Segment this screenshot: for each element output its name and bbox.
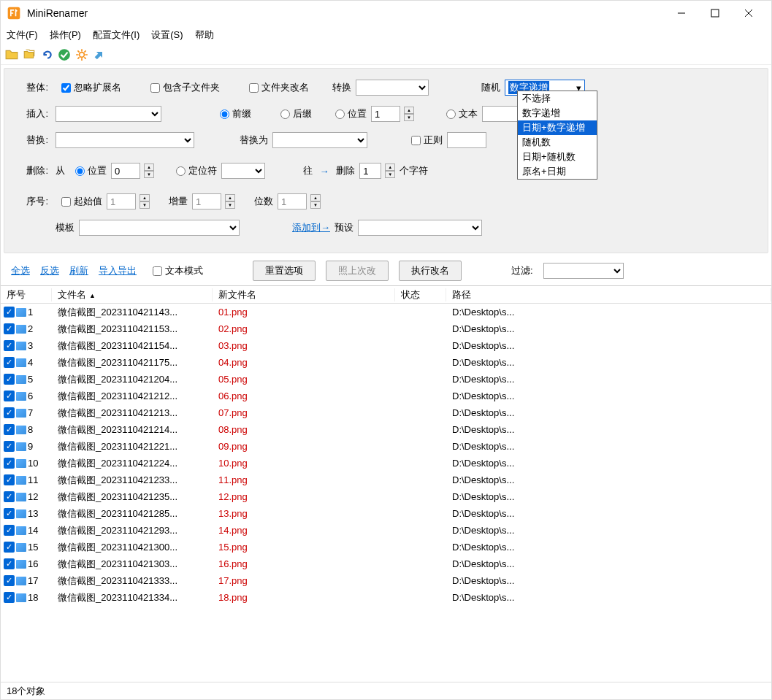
row-checkbox[interactable]: ✓: [4, 374, 15, 385]
minimize-button[interactable]: [665, 1, 698, 26]
col-name[interactable]: 文件名▲: [52, 288, 213, 301]
position-input[interactable]: [371, 106, 400, 122]
folder-rename-checkbox[interactable]: [249, 83, 259, 93]
start-input[interactable]: [107, 193, 136, 209]
table-row[interactable]: ✓4微信截图_2023110421175...04.pngD:\Desktop\…: [1, 354, 771, 371]
folder-icon[interactable]: [5, 48, 18, 61]
table-row[interactable]: ✓9微信截图_2023110421221...09.pngD:\Desktop\…: [1, 438, 771, 455]
maximize-button[interactable]: [698, 1, 732, 26]
row-checkbox[interactable]: ✓: [4, 391, 15, 401]
del-pos-radio[interactable]: [75, 166, 85, 176]
random-dropdown[interactable]: 不选择数字递增日期+数字递增随机数日期+随机数原名+日期: [517, 91, 597, 180]
locator-select[interactable]: [221, 163, 265, 179]
row-checkbox[interactable]: ✓: [4, 407, 15, 418]
table-row[interactable]: ✓8微信截图_2023110421214...08.pngD:\Desktop\…: [1, 421, 771, 438]
table-row[interactable]: ✓11微信截图_2023110421233...11.pngD:\Desktop…: [1, 472, 771, 488]
row-checkbox[interactable]: ✓: [4, 474, 15, 485]
execute-button[interactable]: 执行改名: [399, 261, 462, 281]
table-row[interactable]: ✓3微信截图_2023110421154...03.pngD:\Desktop\…: [1, 337, 771, 354]
filter-select[interactable]: [543, 263, 624, 279]
table-row[interactable]: ✓2微信截图_2023110421153...02.pngD:\Desktop\…: [1, 320, 771, 337]
insert-select[interactable]: [56, 106, 161, 122]
table-row[interactable]: ✓12微信截图_2023110421235...12.pngD:\Desktop…: [1, 488, 771, 505]
row-checkbox[interactable]: ✓: [4, 340, 15, 351]
random-option[interactable]: 不选择: [518, 91, 597, 106]
row-checkbox[interactable]: ✓: [4, 323, 15, 334]
inc-spinner[interactable]: ▲▼: [225, 194, 235, 209]
row-checkbox[interactable]: ✓: [4, 441, 15, 452]
prefix-radio[interactable]: [220, 109, 229, 119]
position-spinner[interactable]: ▲▼: [404, 107, 414, 121]
del-pos-spinner[interactable]: ▲▼: [144, 164, 154, 178]
table-row[interactable]: ✓7微信截图_2023110421213...07.pngD:\Desktop\…: [1, 404, 771, 421]
start-checkbox[interactable]: [61, 197, 71, 207]
regex-checkbox[interactable]: [411, 136, 421, 145]
digits-spinner[interactable]: ▲▼: [310, 194, 321, 209]
row-checkbox[interactable]: ✓: [4, 592, 15, 603]
preset-select[interactable]: [358, 220, 482, 236]
pin-icon[interactable]: [93, 48, 106, 61]
table-row[interactable]: ✓15微信截图_2023110421300...15.pngD:\Desktop…: [1, 539, 771, 555]
menu-operation[interactable]: 操作(P): [50, 28, 81, 42]
random-option[interactable]: 日期+随机数: [518, 150, 597, 164]
random-option[interactable]: 日期+数字递增: [518, 120, 597, 135]
random-option[interactable]: 数字递增: [518, 106, 597, 120]
del-pos-input[interactable]: [111, 163, 140, 179]
table-row[interactable]: ✓18微信截图_2023110421334...18.pngD:\Desktop…: [1, 589, 771, 606]
random-option[interactable]: 原名+日期: [518, 164, 597, 179]
table-row[interactable]: ✓17微信截图_2023110421333...17.pngD:\Desktop…: [1, 572, 771, 589]
suffix-radio[interactable]: [280, 109, 290, 119]
ignore-ext-checkbox[interactable]: [61, 83, 71, 93]
undo-icon[interactable]: [40, 48, 53, 61]
locator-radio[interactable]: [176, 166, 186, 176]
add-to-link[interactable]: 添加到→: [292, 221, 330, 234]
refresh-link[interactable]: 刷新: [69, 264, 88, 277]
folders-icon[interactable]: [23, 48, 36, 61]
text-input[interactable]: [482, 106, 521, 122]
text-radio[interactable]: [446, 109, 456, 119]
close-button[interactable]: [732, 1, 765, 26]
row-checkbox[interactable]: ✓: [4, 424, 15, 435]
table-row[interactable]: ✓10微信截图_2023110421224...10.pngD:\Desktop…: [1, 455, 771, 472]
row-checkbox[interactable]: ✓: [4, 508, 15, 519]
row-checkbox[interactable]: ✓: [4, 458, 15, 469]
replace-from-select[interactable]: [56, 132, 194, 148]
col-newname[interactable]: 新文件名: [213, 288, 395, 301]
reset-button[interactable]: 重置选项: [253, 261, 316, 281]
row-checkbox[interactable]: ✓: [4, 575, 15, 586]
digits-input[interactable]: [278, 193, 307, 209]
inc-input[interactable]: [192, 193, 221, 209]
text-mode-checkbox[interactable]: [153, 266, 162, 276]
table-row[interactable]: ✓6微信截图_2023110421212...06.pngD:\Desktop\…: [1, 388, 771, 404]
table-row[interactable]: ✓13微信截图_2023110421285...13.pngD:\Desktop…: [1, 505, 771, 522]
last-change-button[interactable]: 照上次改: [326, 261, 389, 281]
row-checkbox[interactable]: ✓: [4, 491, 15, 502]
select-all-link[interactable]: 全选: [11, 264, 30, 277]
import-export-link[interactable]: 导入导出: [99, 264, 137, 277]
table-row[interactable]: ✓14微信截图_2023110421293...14.pngD:\Desktop…: [1, 522, 771, 539]
position-radio[interactable]: [335, 109, 345, 119]
template-select[interactable]: [79, 220, 240, 236]
random-option[interactable]: 随机数: [518, 135, 597, 150]
col-seq[interactable]: 序号: [1, 288, 52, 301]
arrow-right-icon[interactable]: →: [317, 166, 332, 177]
table-row[interactable]: ✓16微信截图_2023110421303...16.pngD:\Desktop…: [1, 555, 771, 572]
col-status[interactable]: 状态: [395, 288, 446, 301]
include-sub-checkbox[interactable]: [150, 83, 160, 93]
del-count-input[interactable]: [359, 163, 381, 179]
del-count-spinner[interactable]: ▲▼: [385, 164, 395, 178]
table-row[interactable]: ✓5微信截图_2023110421204...05.pngD:\Desktop\…: [1, 371, 771, 388]
table-row[interactable]: ✓1微信截图_2023110421143...01.pngD:\Desktop\…: [1, 304, 771, 320]
row-checkbox[interactable]: ✓: [4, 525, 15, 536]
regex-input[interactable]: [447, 132, 486, 148]
start-spinner[interactable]: ▲▼: [140, 194, 150, 209]
transform-select[interactable]: [356, 80, 429, 96]
row-checkbox[interactable]: ✓: [4, 307, 15, 318]
menu-help[interactable]: 帮助: [195, 28, 214, 42]
row-checkbox[interactable]: ✓: [4, 542, 15, 553]
check-icon[interactable]: [58, 48, 71, 61]
menu-settings[interactable]: 设置(S): [151, 28, 183, 42]
row-checkbox[interactable]: ✓: [4, 357, 15, 368]
menu-file[interactable]: 文件(F): [7, 28, 38, 42]
menu-config[interactable]: 配置文件(I): [93, 28, 140, 42]
